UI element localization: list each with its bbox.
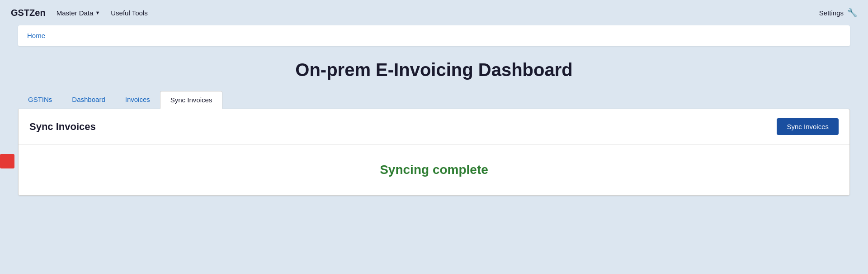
tab-gstins[interactable]: GSTINs: [18, 91, 62, 109]
card-header: Sync Invoices Sync Invoices: [19, 109, 849, 144]
navbar: GSTZen Master Data ▼ Useful Tools Settin…: [0, 0, 868, 25]
sync-invoices-button[interactable]: Sync Invoices: [777, 118, 839, 135]
nav-master-data[interactable]: Master Data ▼: [57, 9, 100, 17]
tab-dashboard[interactable]: Dashboard: [62, 91, 115, 109]
main-content: Home On-prem E-Invoicing Dashboard GSTIN…: [0, 25, 868, 196]
tabs-container: GSTINs Dashboard Invoices Sync Invoices: [18, 91, 850, 109]
settings-nav-item[interactable]: Settings 🔧: [819, 8, 857, 18]
sync-invoices-card-title: Sync Invoices: [29, 121, 96, 133]
page-title: On-prem E-Invoicing Dashboard: [18, 60, 850, 80]
red-square-indicator: [0, 154, 14, 168]
tab-invoices[interactable]: Invoices: [115, 91, 160, 109]
brand-logo: GSTZen: [11, 8, 46, 18]
sync-status-area: Syncing complete: [19, 144, 849, 195]
breadcrumb-card: Home: [18, 25, 850, 46]
nav-master-data-label: Master Data: [57, 9, 94, 17]
nav-useful-tools-label: Useful Tools: [111, 9, 147, 17]
chevron-down-icon: ▼: [95, 10, 100, 15]
sync-invoices-card: Sync Invoices Sync Invoices Syncing comp…: [18, 109, 850, 196]
sync-complete-status: Syncing complete: [380, 163, 488, 177]
navbar-left: GSTZen Master Data ▼ Useful Tools: [11, 8, 148, 18]
breadcrumb-home-link[interactable]: Home: [27, 32, 45, 39]
settings-label: Settings: [819, 9, 844, 17]
nav-useful-tools[interactable]: Useful Tools: [111, 9, 147, 17]
wrench-icon: 🔧: [847, 8, 857, 18]
tab-sync-invoices[interactable]: Sync Invoices: [160, 91, 223, 109]
